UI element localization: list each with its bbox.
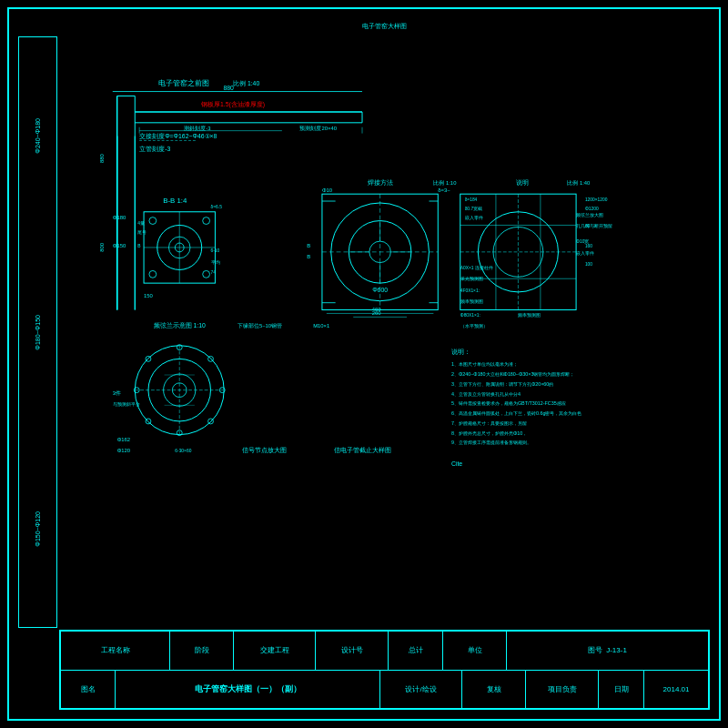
- design-num-cell: 设计号: [316, 632, 389, 670]
- svg-text:2、Φ240~Φ180大立柱和Φ180~Φ30×3钢管均为圆: 2、Φ240~Φ180大立柱和Φ180~Φ30×3钢管均为圆形焊断；: [451, 371, 574, 377]
- date-label-cell: 日期: [599, 671, 644, 709]
- project-mgr-label: 项目负责: [548, 684, 577, 694]
- unit-label: 单位: [468, 645, 482, 655]
- svg-text:（水平预测）: （水平预测）: [460, 323, 488, 329]
- svg-text:δ=6.5: δ=6.5: [211, 205, 223, 209]
- svg-text:3、立管下方行、附属说明：调节下方孔Φ20×60的: 3、立管下方行、附属说明：调节下方孔Φ20×60的: [451, 381, 553, 387]
- date-value-cell: 2014.01: [644, 671, 708, 709]
- project-mgr-cell: 项目负责: [526, 671, 599, 709]
- svg-text:δ0.7宽截: δ0.7宽截: [465, 206, 483, 211]
- svg-text:说明：: 说明：: [451, 349, 470, 355]
- svg-text:160: 160: [585, 244, 592, 248]
- svg-text:1、本图尺寸单位均以毫米为准；: 1、本图尺寸单位均以毫米为准；: [451, 361, 518, 367]
- svg-text:频率预测图: 频率预测图: [460, 298, 483, 304]
- svg-text:交接刻度Φ=Φ162~Φ46①×8: 交接刻度Φ=Φ162~Φ46①×8: [139, 133, 217, 140]
- unit-cell: 单位: [443, 632, 507, 670]
- phase-label: 阶段: [195, 645, 209, 655]
- svg-text:3件: 3件: [113, 390, 121, 396]
- drawing-number: J-13-1: [606, 646, 627, 654]
- svg-text:880: 880: [223, 85, 234, 91]
- svg-text:δ=3~: δ=3~: [438, 187, 450, 193]
- total-cell: 总计: [389, 632, 443, 670]
- svg-text:4F0X1×1:: 4F0X1×1:: [460, 288, 480, 293]
- svg-text:B-B 1:4: B-B 1:4: [163, 197, 187, 205]
- svg-text:M10×1: M10×1: [313, 323, 329, 329]
- svg-text:说明: 说明: [516, 179, 529, 186]
- svg-text:频弦兰放大图: 频弦兰放大图: [576, 212, 603, 217]
- svg-text:Φ10: Φ10: [322, 187, 333, 193]
- svg-text:比例 1:10: 比例 1:10: [433, 180, 457, 186]
- svg-text:Φ1200: Φ1200: [585, 207, 599, 211]
- title-row-1: 工程名称 阶段 交建工程 设计号 总计 单位 图号 J-13-1: [61, 632, 708, 671]
- checker-label: 复核: [487, 684, 501, 694]
- svg-text:80: 80: [585, 224, 591, 228]
- svg-text:Φ120: Φ120: [117, 448, 131, 453]
- svg-text:测斜刻度-3: 测斜刻度-3: [184, 125, 210, 131]
- top-margin-text: 电子管窑大样图: [362, 22, 407, 31]
- svg-text:Φ80X1×1:: Φ80X1×1:: [460, 313, 480, 318]
- svg-text:9、立管焊接工序需提前准备形钢规则。: 9、立管焊接工序需提前准备形钢规则。: [451, 440, 531, 445]
- designer-label: 设计/绘设: [405, 684, 436, 694]
- svg-text:6、高温金属铸件圆弧处，上白下兰，瓷砖0.6g密号，其余为白: 6、高温金属铸件圆弧处，上白下兰，瓷砖0.6g密号，其余为白色: [451, 410, 581, 416]
- project-label-cell: 工程名称: [61, 632, 170, 670]
- svg-text:电子管窑之前图: 电子管窑之前图: [158, 79, 209, 87]
- svg-text:嵌入零件: 嵌入零件: [465, 215, 483, 220]
- svg-text:焊接方法: 焊接方法: [368, 179, 393, 186]
- svg-text:信号节点放大图: 信号节点放大图: [242, 447, 287, 454]
- svg-text:采光预测图: 采光预测图: [460, 276, 483, 281]
- svg-text:Φ180: Φ180: [113, 215, 126, 220]
- phase-cell: 阶段: [170, 632, 234, 670]
- svg-text:4、立管及立方管转换孔孔从中分4: 4、立管及立方管转换孔孔从中分4: [451, 391, 521, 397]
- svg-text:比例 1:40: 比例 1:40: [567, 180, 591, 186]
- svg-text:B: B: [137, 244, 140, 248]
- svg-text:7、炉膛规格尺寸：具要按图示，另留: 7、炉膛规格尺寸：具要按图示，另留: [451, 420, 527, 426]
- svg-text:Φ162: Φ162: [117, 437, 130, 442]
- total-label: 总计: [409, 645, 423, 655]
- svg-text:100: 100: [585, 262, 592, 267]
- svg-text:A0X×1 连接柱件: A0X×1 连接柱件: [460, 265, 493, 270]
- checker-cell: 复核: [462, 671, 526, 709]
- svg-text:6-30×60: 6-30×60: [175, 449, 191, 453]
- svg-text:钢板厚1.5(含油漆厚度): 钢板厚1.5(含油漆厚度): [200, 101, 265, 108]
- svg-text:4量: 4量: [137, 221, 145, 226]
- title-row-2: 图名 电子管窑大样图（一）（副） 设计/绘设 复核 项目负责 日期 2014.0…: [61, 671, 708, 709]
- svg-text:880: 880: [99, 153, 105, 163]
- drawing-num-cell: 图号 J-13-1: [507, 632, 708, 670]
- title-block: 工程名称 阶段 交建工程 设计号 总计 单位 图号 J-13-1: [59, 630, 710, 710]
- drawing-border: 电子管窑大样图 Φ240~Φ180 Φ180~Φ150 Φ150~Φ120 电子…: [7, 7, 721, 721]
- svg-text:尾号: 尾号: [137, 230, 147, 235]
- map-name-label: 图名: [81, 684, 96, 694]
- svg-text:5、铸件需按查检要求办，规格为GBT/T3012-FC35感: 5、铸件需按查检要求办，规格为GBT/T3012-FC35感应: [451, 400, 566, 406]
- left-label-2: Φ180~Φ150: [35, 315, 41, 350]
- svg-text:立管刻度-3: 立管刻度-3: [139, 146, 170, 152]
- left-label-1: Φ240~Φ180: [35, 118, 41, 154]
- svg-text:74: 74: [211, 270, 217, 275]
- svg-text:8、炉膛外壳总尺寸，炉膛外壳Φ10，: 8、炉膛外壳总尺寸，炉膛外壳Φ10，: [451, 430, 527, 436]
- svg-text:嵌入零件: 嵌入零件: [576, 250, 594, 256]
- svg-text:信电子管截止大样图: 信电子管截止大样图: [334, 447, 391, 453]
- svg-text:Cite: Cite: [451, 460, 462, 467]
- svg-text:1200×1200: 1200×1200: [585, 197, 608, 202]
- svg-text:频弦兰示意图 1:10: 频弦兰示意图 1:10: [154, 322, 206, 329]
- svg-text:孔几何与断开预留: 孔几何与断开预留: [576, 223, 612, 228]
- drawing-num-label: 图号: [588, 645, 602, 655]
- date-label: 日期: [614, 684, 629, 694]
- project-label: 工程名称: [101, 645, 130, 655]
- svg-text:150: 150: [144, 293, 154, 298]
- svg-text:频率预测图: 频率预测图: [518, 312, 541, 318]
- svg-text:δ=184: δ=184: [465, 197, 478, 202]
- work-type-value: 交建工程: [260, 645, 289, 655]
- svg-text:6-10: 6-10: [211, 248, 220, 253]
- svg-text:Φ600: Φ600: [372, 287, 388, 293]
- svg-text:与预测斜平台: 与预测斜平台: [113, 401, 140, 407]
- design-num-label: 设计号: [341, 645, 363, 655]
- map-name-cell: 图名: [61, 671, 116, 709]
- svg-text:260: 260: [372, 310, 382, 316]
- svg-text:Φ150: Φ150: [113, 243, 126, 248]
- date-value: 2014.01: [663, 685, 690, 693]
- drawing-title-value: 电子管窑大样图（一）（副）: [195, 683, 301, 695]
- svg-text:平均: 平均: [211, 259, 220, 265]
- main-drawing: 电子管窑之前图 比例 1:40 880 钢板厚1.5(含油漆厚度) 测斜刻度-3…: [59, 36, 710, 628]
- designer-cell: 设计/绘设: [380, 671, 462, 709]
- work-type-cell: 交建工程: [234, 632, 316, 670]
